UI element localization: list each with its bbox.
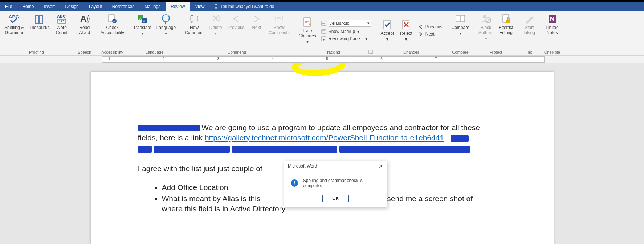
chevron-down-icon: ▾	[141, 31, 143, 36]
chevron-down-icon: ▾	[306, 40, 309, 45]
text: We are going to use a program to update …	[201, 123, 480, 132]
compare-icon	[455, 13, 466, 25]
trackchanges-label: Track Changes	[299, 29, 316, 39]
newcomment-button[interactable]: New Comment	[183, 12, 206, 37]
showcomments-button: Show Comments	[266, 12, 292, 37]
page[interactable]: We are going to use a program to update …	[91, 72, 554, 244]
thesaurus-button[interactable]: Thesaurus	[27, 12, 52, 32]
tab-layout[interactable]: Layout	[84, 2, 107, 11]
restrict-button[interactable]: Restrict Editing	[496, 12, 515, 37]
lightbulb-icon	[214, 4, 218, 9]
tell-me[interactable]: Tell me what you want to do	[209, 2, 278, 11]
group-label-speech: Speech	[76, 49, 94, 55]
paragraph-2[interactable]: fields, here is a link https://gallery.t…	[138, 133, 506, 143]
accessibility-icon	[106, 13, 118, 25]
menu-bar: File Home Insert Design Layout Reference…	[0, 2, 644, 11]
previous-icon	[230, 13, 242, 25]
next-icon	[418, 32, 423, 37]
svg-text:ABC: ABC	[57, 14, 66, 18]
reviewingpane-button[interactable]: Reviewing Pane ▾	[319, 36, 370, 42]
tab-references[interactable]: References	[107, 2, 139, 11]
text: fields, here is a link	[138, 133, 205, 142]
svg-text:A: A	[80, 14, 86, 24]
group-protect: Block Authors ▾ Restrict Editing Protect	[474, 11, 518, 55]
tab-file[interactable]: File	[0, 2, 17, 11]
wordcount-button[interactable]: ABC123 Word Count	[53, 12, 71, 37]
nextcomment-label: Next	[252, 25, 261, 30]
chevron-down-icon: ▾	[386, 37, 388, 42]
group-tracking: Track Changes ▾ All Markup ▾ Show Markup…	[294, 11, 376, 55]
linkednotes-label: Linked Notes	[546, 25, 558, 36]
group-comments: New Comment Delete ▾ Previous Next	[180, 11, 294, 55]
paragraph-1[interactable]: We are going to use a program to update …	[138, 123, 506, 133]
restrict-label: Restrict Editing	[498, 25, 513, 36]
accessibility-button[interactable]: Check Accessibility	[98, 12, 126, 37]
block-icon	[480, 13, 492, 25]
translate-button[interactable]: あa Translate ▾	[131, 12, 154, 38]
tab-mailings[interactable]: Mailings	[139, 2, 166, 11]
markup-select[interactable]: All Markup ▾	[319, 19, 374, 28]
redaction	[154, 146, 230, 153]
showmarkup-icon	[321, 29, 326, 34]
nextcomment-button: Next	[248, 12, 266, 32]
wordcount-label: Word Count	[56, 25, 68, 36]
tab-home[interactable]: Home	[17, 2, 39, 11]
block-label: Block Authors	[478, 25, 493, 36]
spelling-icon: ABC	[8, 13, 20, 25]
accept-button[interactable]: Accept ▾	[378, 17, 396, 44]
markup-value: All Markup	[330, 21, 349, 25]
accessibility-label: Check Accessibility	[101, 25, 124, 36]
spelling-grammar-button[interactable]: ABC Spelling & Grammar	[2, 12, 26, 37]
ruler-4: 4	[272, 57, 274, 61]
readaloud-button[interactable]: A Read Aloud	[76, 12, 94, 37]
text: where this field is in Active Dirtectory	[162, 204, 286, 213]
hyperlink[interactable]: https://gallery.technet.microsoft.com/Po…	[205, 133, 444, 142]
accept-icon	[382, 19, 393, 30]
chevron-down-icon: ▾	[485, 36, 487, 41]
tab-view[interactable]: View	[190, 2, 210, 11]
showmarkup-button[interactable]: Show Markup ▾	[319, 28, 362, 35]
chevron-down-icon: ▾	[165, 31, 167, 36]
tab-insert[interactable]: Insert	[39, 2, 60, 11]
trackchanges-button[interactable]: Track Changes ▾	[297, 15, 318, 46]
chevron-down-icon: ▾	[367, 21, 370, 26]
paragraph-3[interactable]	[138, 144, 506, 154]
reject-button[interactable]: Reject ▾	[397, 17, 415, 44]
svg-text:123: 123	[59, 20, 64, 23]
ok-button[interactable]: OK	[322, 195, 348, 202]
compare-button[interactable]: Compare ▾	[449, 12, 472, 38]
tab-review[interactable]: Review	[166, 2, 190, 11]
group-label-tracking: Tracking	[297, 49, 368, 55]
redaction	[339, 146, 470, 153]
group-changes: Accept ▾ Reject ▾ Previous Next	[376, 11, 447, 55]
tab-design[interactable]: Design	[60, 2, 83, 11]
language-label: Language	[156, 25, 176, 30]
ruler-7: 7	[435, 57, 437, 61]
prevchange-button[interactable]: Previous	[416, 24, 445, 30]
chevron-down-icon: ▾	[459, 31, 461, 36]
markup-icon	[321, 21, 326, 26]
language-button[interactable]: 字 Language ▾	[154, 12, 178, 38]
linkednotes-button[interactable]: N Linked Notes	[543, 12, 561, 37]
document-area[interactable]: We are going to use a program to update …	[0, 63, 644, 244]
close-icon[interactable]: ✕	[379, 163, 383, 169]
prevcomment-label: Previous	[228, 25, 245, 30]
dialog-message: Spelling and grammar check is complete.	[303, 178, 382, 188]
svg-rect-36	[506, 20, 510, 23]
group-label-proofing: Proofing	[2, 49, 71, 55]
deletecomment-button: Delete ▾	[207, 12, 225, 38]
ink-label: Start Inking	[523, 25, 535, 36]
ink-icon	[523, 13, 535, 25]
newcomment-label: New Comment	[185, 25, 204, 36]
redaction	[138, 125, 200, 131]
translate-label: Translate	[133, 25, 151, 30]
nextchange-button[interactable]: Next	[416, 31, 437, 37]
prevchange-label: Previous	[425, 24, 443, 29]
delete-label: Delete	[209, 25, 222, 30]
svg-text:a: a	[143, 19, 146, 23]
svg-rect-1	[36, 15, 39, 23]
ruler[interactable]: 1 2 3 4 5 6 7	[0, 56, 644, 63]
dialog-launcher-icon[interactable]	[368, 50, 373, 54]
group-label-changes: Changes	[378, 49, 445, 55]
thesaurus-icon	[33, 13, 45, 25]
